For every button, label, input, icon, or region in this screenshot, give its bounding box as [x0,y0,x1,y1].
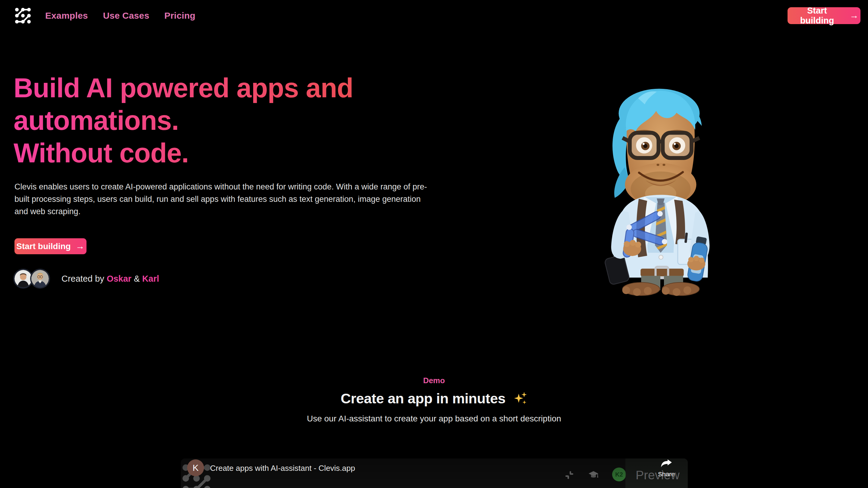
clevis-logo-icon[interactable] [14,7,31,24]
created-by-line: Created by Oskar & Karl [61,274,159,284]
slack-icon [565,471,573,479]
hero-heading-line-1: Build AI powered apps and [13,72,353,104]
creators-row: Created by Oskar & Karl [13,269,159,289]
top-nav: Examples Use Cases Pricing Start buildin… [0,0,868,31]
share-label: Share [652,470,680,478]
nav-link-use-cases[interactable]: Use Cases [103,10,150,21]
share-arrow-icon [660,459,673,468]
hero-heading: Build AI powered apps and automations. W… [13,72,353,169]
hero-description: Clevis enables users to create AI-powere… [14,181,436,218]
creator-link-oskar[interactable]: Oskar [107,274,131,284]
clevis-landing-page: Examples Use Cases Pricing Start buildin… [0,0,868,488]
avatar-oskar-photo [14,270,32,287]
nav-links: Examples Use Cases Pricing [45,10,195,21]
start-building-label: Start building [16,241,70,251]
nav-link-examples[interactable]: Examples [45,10,88,21]
demo-title: Create an app in minutes [0,390,868,407]
start-building-label: Start building [789,6,845,26]
created-by-prefix: Created by [61,274,104,284]
arrow-right-icon: → [849,11,859,20]
demo-video-player[interactable]: K2 Preview K Create apps with AI-assista… [181,458,688,488]
hero-heading-line-2: automations. [13,104,353,137]
start-building-button-hero[interactable]: Start building → [14,238,87,254]
channel-avatar[interactable]: K [187,459,204,476]
hero-heading-line-3: Without code. [13,137,353,169]
demo-section: Demo Create an app in minutes Use our AI… [0,376,868,424]
video-title[interactable]: Create apps with AI-assistant - Clevis.a… [210,464,355,473]
creators-separator: & [134,274,140,284]
avatar-karl [30,269,50,289]
demo-title-text: Create an app in minutes [341,390,505,406]
demo-eyebrow: Demo [0,376,868,385]
share-button[interactable]: Share [652,459,680,478]
nav-link-pricing[interactable]: Pricing [164,10,195,21]
start-building-button-nav[interactable]: Start building → [787,7,861,24]
creator-link-karl[interactable]: Karl [142,274,159,284]
mascot-scientist-illustration [596,77,725,296]
channel-avatar-letter: K [193,463,198,473]
arrow-right-icon: → [76,241,85,251]
video-user-badge-text: K2 [615,471,623,478]
avatar-karl-photo [31,270,49,287]
sparkles-icon [514,391,527,405]
graduation-cap-icon [588,470,598,480]
demo-subtitle: Use our AI-assistant to create your app … [0,414,868,424]
video-user-badge: K2 [612,467,626,481]
video-top-scrim [181,458,688,488]
